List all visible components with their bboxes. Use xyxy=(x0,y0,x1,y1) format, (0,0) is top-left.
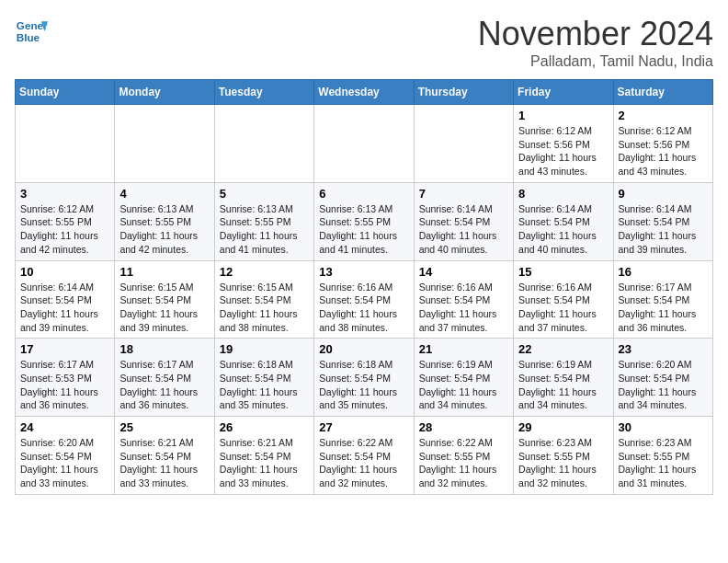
calendar-cell: 14Sunrise: 6:16 AM Sunset: 5:54 PM Dayli… xyxy=(414,260,513,339)
day-info: Sunrise: 6:13 AM Sunset: 5:55 PM Dayligh… xyxy=(119,202,209,257)
calendar-cell: 12Sunrise: 6:15 AM Sunset: 5:54 PM Dayli… xyxy=(214,260,313,339)
calendar-cell: 10Sunrise: 6:14 AM Sunset: 5:54 PM Dayli… xyxy=(16,260,115,339)
day-number: 3 xyxy=(20,187,109,201)
calendar-week-row: 10Sunrise: 6:14 AM Sunset: 5:54 PM Dayli… xyxy=(16,260,713,339)
calendar-cell: 22Sunrise: 6:19 AM Sunset: 5:54 PM Dayli… xyxy=(514,339,613,417)
calendar-cell: 23Sunrise: 6:20 AM Sunset: 5:54 PM Dayli… xyxy=(613,339,712,417)
calendar-cell: 1Sunrise: 6:12 AM Sunset: 5:56 PM Daylig… xyxy=(514,105,613,183)
day-info: Sunrise: 6:12 AM Sunset: 5:56 PM Dayligh… xyxy=(518,124,608,178)
day-info: Sunrise: 6:12 AM Sunset: 5:55 PM Dayligh… xyxy=(20,202,109,257)
weekday-header: Monday xyxy=(115,80,214,105)
weekday-header: Wednesday xyxy=(314,80,414,105)
day-info: Sunrise: 6:14 AM Sunset: 5:54 PM Dayligh… xyxy=(419,202,508,257)
day-number: 20 xyxy=(319,342,408,356)
svg-text:Blue: Blue xyxy=(17,31,40,43)
calendar-cell: 29Sunrise: 6:23 AM Sunset: 5:55 PM Dayli… xyxy=(514,417,613,495)
day-number: 2 xyxy=(619,109,708,122)
day-info: Sunrise: 6:22 AM Sunset: 5:55 PM Dayligh… xyxy=(419,436,508,490)
day-info: Sunrise: 6:20 AM Sunset: 5:54 PM Dayligh… xyxy=(619,358,708,412)
day-number: 14 xyxy=(419,265,508,279)
calendar-cell: 21Sunrise: 6:19 AM Sunset: 5:54 PM Dayli… xyxy=(414,339,513,417)
day-number: 29 xyxy=(518,420,608,434)
weekday-header: Tuesday xyxy=(214,80,313,105)
weekday-header: Saturday xyxy=(613,80,712,105)
day-number: 30 xyxy=(619,420,708,434)
day-number: 21 xyxy=(419,342,508,356)
calendar-cell: 16Sunrise: 6:17 AM Sunset: 5:54 PM Dayli… xyxy=(613,260,712,339)
calendar-cell: 20Sunrise: 6:18 AM Sunset: 5:54 PM Dayli… xyxy=(314,339,414,417)
calendar-cell: 4Sunrise: 6:13 AM Sunset: 5:55 PM Daylig… xyxy=(115,182,214,260)
day-info: Sunrise: 6:21 AM Sunset: 5:54 PM Dayligh… xyxy=(119,436,209,490)
day-info: Sunrise: 6:23 AM Sunset: 5:55 PM Dayligh… xyxy=(619,436,708,490)
calendar-cell: 8Sunrise: 6:14 AM Sunset: 5:54 PM Daylig… xyxy=(514,182,613,260)
day-info: Sunrise: 6:13 AM Sunset: 5:55 PM Dayligh… xyxy=(220,202,309,257)
day-number: 19 xyxy=(220,342,309,356)
day-info: Sunrise: 6:12 AM Sunset: 5:56 PM Dayligh… xyxy=(619,124,708,178)
day-number: 15 xyxy=(518,265,608,279)
weekday-header: Thursday xyxy=(414,80,513,105)
day-info: Sunrise: 6:16 AM Sunset: 5:54 PM Dayligh… xyxy=(419,281,508,335)
day-number: 11 xyxy=(119,265,209,279)
calendar-cell: 27Sunrise: 6:22 AM Sunset: 5:54 PM Dayli… xyxy=(314,417,414,495)
day-info: Sunrise: 6:15 AM Sunset: 5:54 PM Dayligh… xyxy=(220,281,309,335)
calendar-cell xyxy=(115,105,214,183)
day-number: 9 xyxy=(619,187,708,201)
calendar-cell: 28Sunrise: 6:22 AM Sunset: 5:55 PM Dayli… xyxy=(414,417,513,495)
day-number: 25 xyxy=(119,420,209,434)
calendar-cell: 9Sunrise: 6:14 AM Sunset: 5:54 PM Daylig… xyxy=(613,182,712,260)
day-info: Sunrise: 6:17 AM Sunset: 5:54 PM Dayligh… xyxy=(619,281,708,335)
day-info: Sunrise: 6:19 AM Sunset: 5:54 PM Dayligh… xyxy=(419,358,508,412)
calendar-cell: 26Sunrise: 6:21 AM Sunset: 5:54 PM Dayli… xyxy=(214,417,313,495)
weekday-header: Sunday xyxy=(16,80,115,105)
weekday-header: Friday xyxy=(514,80,613,105)
calendar-cell: 30Sunrise: 6:23 AM Sunset: 5:55 PM Dayli… xyxy=(613,417,712,495)
calendar-cell xyxy=(214,105,313,183)
calendar-cell: 17Sunrise: 6:17 AM Sunset: 5:53 PM Dayli… xyxy=(16,339,115,417)
calendar-cell: 24Sunrise: 6:20 AM Sunset: 5:54 PM Dayli… xyxy=(16,417,115,495)
day-info: Sunrise: 6:16 AM Sunset: 5:54 PM Dayligh… xyxy=(319,281,408,335)
calendar-cell: 11Sunrise: 6:15 AM Sunset: 5:54 PM Dayli… xyxy=(115,260,214,339)
day-number: 16 xyxy=(619,265,708,279)
day-info: Sunrise: 6:14 AM Sunset: 5:54 PM Dayligh… xyxy=(619,202,708,257)
day-number: 18 xyxy=(119,342,209,356)
calendar-cell: 19Sunrise: 6:18 AM Sunset: 5:54 PM Dayli… xyxy=(214,339,313,417)
day-number: 28 xyxy=(419,420,508,434)
day-info: Sunrise: 6:14 AM Sunset: 5:54 PM Dayligh… xyxy=(518,202,608,257)
title-block: November 2024 Palladam, Tamil Nadu, Indi… xyxy=(478,15,713,70)
day-number: 8 xyxy=(518,187,608,201)
day-info: Sunrise: 6:21 AM Sunset: 5:54 PM Dayligh… xyxy=(220,436,309,490)
calendar-cell xyxy=(16,105,115,183)
day-info: Sunrise: 6:15 AM Sunset: 5:54 PM Dayligh… xyxy=(119,281,209,335)
calendar-week-row: 1Sunrise: 6:12 AM Sunset: 5:56 PM Daylig… xyxy=(16,105,713,183)
calendar-cell: 2Sunrise: 6:12 AM Sunset: 5:56 PM Daylig… xyxy=(613,105,712,183)
day-number: 27 xyxy=(319,420,408,434)
day-number: 17 xyxy=(20,342,109,356)
day-info: Sunrise: 6:13 AM Sunset: 5:55 PM Dayligh… xyxy=(319,202,408,257)
day-number: 12 xyxy=(220,265,309,279)
day-info: Sunrise: 6:22 AM Sunset: 5:54 PM Dayligh… xyxy=(319,436,408,490)
calendar-week-row: 17Sunrise: 6:17 AM Sunset: 5:53 PM Dayli… xyxy=(16,339,713,417)
day-number: 22 xyxy=(518,342,608,356)
day-number: 7 xyxy=(419,187,508,201)
logo-icon: General Blue xyxy=(15,15,48,48)
day-info: Sunrise: 6:14 AM Sunset: 5:54 PM Dayligh… xyxy=(20,281,109,335)
day-number: 26 xyxy=(220,420,309,434)
calendar-week-row: 24Sunrise: 6:20 AM Sunset: 5:54 PM Dayli… xyxy=(16,417,713,495)
day-number: 5 xyxy=(220,187,309,201)
day-info: Sunrise: 6:19 AM Sunset: 5:54 PM Dayligh… xyxy=(518,358,608,412)
calendar-cell: 25Sunrise: 6:21 AM Sunset: 5:54 PM Dayli… xyxy=(115,417,214,495)
day-number: 1 xyxy=(518,109,608,122)
day-info: Sunrise: 6:16 AM Sunset: 5:54 PM Dayligh… xyxy=(518,281,608,335)
calendar-cell: 6Sunrise: 6:13 AM Sunset: 5:55 PM Daylig… xyxy=(314,182,414,260)
month-title: November 2024 xyxy=(478,15,713,53)
calendar-cell: 5Sunrise: 6:13 AM Sunset: 5:55 PM Daylig… xyxy=(214,182,313,260)
day-info: Sunrise: 6:18 AM Sunset: 5:54 PM Dayligh… xyxy=(319,358,408,412)
day-info: Sunrise: 6:20 AM Sunset: 5:54 PM Dayligh… xyxy=(20,436,109,490)
page-header: General Blue November 2024 Palladam, Tam… xyxy=(15,15,713,70)
calendar-cell: 13Sunrise: 6:16 AM Sunset: 5:54 PM Dayli… xyxy=(314,260,414,339)
calendar-cell: 7Sunrise: 6:14 AM Sunset: 5:54 PM Daylig… xyxy=(414,182,513,260)
day-info: Sunrise: 6:17 AM Sunset: 5:53 PM Dayligh… xyxy=(20,358,109,412)
calendar-header-row: SundayMondayTuesdayWednesdayThursdayFrid… xyxy=(16,80,713,105)
day-number: 4 xyxy=(119,187,209,201)
day-info: Sunrise: 6:17 AM Sunset: 5:54 PM Dayligh… xyxy=(119,358,209,412)
